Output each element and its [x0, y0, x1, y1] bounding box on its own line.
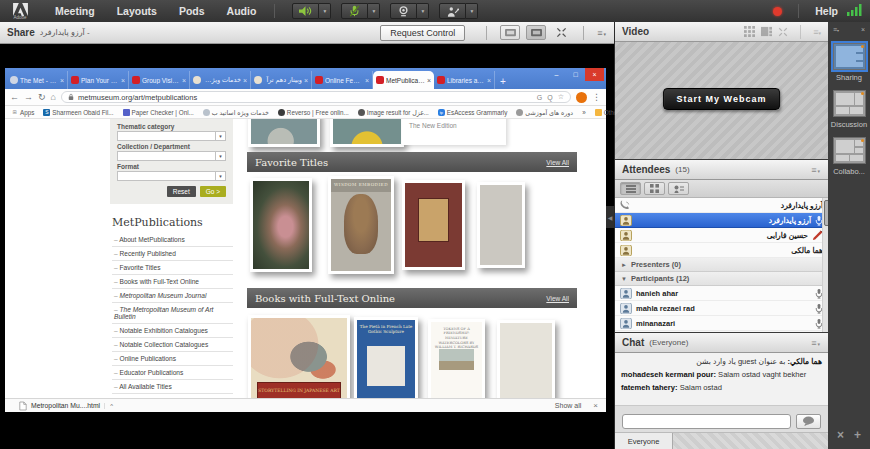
book-cover-partial[interactable]: [497, 320, 555, 398]
attendee-row-dialin[interactable]: آرزو پایدارفرد: [615, 198, 828, 213]
browser-tab[interactable]: The Met - Prel ×: [7, 71, 68, 89]
fit-to-screen-icon[interactable]: [526, 25, 546, 40]
attendee-row[interactable]: hanieh ahar: [615, 286, 828, 301]
menu-layouts[interactable]: Layouts: [106, 5, 168, 17]
bookmark-item[interactable]: tpEsAccess Grammarly: [438, 109, 508, 116]
layouts-close-icon[interactable]: ×: [861, 26, 865, 33]
bookmark-star-icon[interactable]: ☆: [558, 93, 564, 101]
book-cover-partial[interactable]: [330, 119, 404, 147]
menu-meeting[interactable]: Meeting: [44, 5, 106, 17]
status-control[interactable]: ▾: [439, 3, 478, 19]
view-all-link[interactable]: View All: [546, 159, 569, 166]
nav-link[interactable]: About MetPublications: [112, 233, 233, 247]
pod-collapse-handle[interactable]: ◀: [606, 206, 614, 228]
attendee-list-view-icon[interactable]: [620, 182, 641, 195]
nav-link[interactable]: All Available Titles: [112, 380, 233, 394]
bookmark-item[interactable]: SSharmeen Obaid Fil...: [43, 109, 113, 116]
attendee-card-view-icon[interactable]: [668, 182, 689, 195]
share-pod-menu-icon[interactable]: ≡▾: [597, 28, 607, 38]
tab-close-icon[interactable]: ×: [365, 77, 369, 84]
tab-close-icon[interactable]: ×: [60, 77, 64, 84]
book-cover-wisdom-embodied[interactable]: WISDOM EMBODIED: [328, 176, 394, 274]
bookmark-item[interactable]: خدمات ویژه اساتید ب: [203, 109, 269, 116]
menu-pods[interactable]: Pods: [168, 5, 216, 17]
nav-link[interactable]: Metropolitan Museum Journal: [112, 289, 233, 303]
book-cover-storytelling[interactable]: STORYTELLING IN JAPANESE ART: [248, 315, 350, 398]
reset-button[interactable]: Reset: [167, 186, 196, 197]
bookmark-apps[interactable]: ⊞Apps: [11, 109, 34, 116]
nav-link[interactable]: Notable Exhibition Catalogues: [112, 324, 233, 338]
send-message-button[interactable]: [796, 414, 821, 429]
nav-link[interactable]: The Metropolitan Museum of Art Bulletin: [112, 303, 233, 324]
chat-pod-menu-icon[interactable]: ≡▾: [811, 338, 821, 348]
browser-tab[interactable]: وبینار دهم ترآ ×: [251, 71, 312, 89]
show-all-downloads-link[interactable]: Show all: [555, 402, 581, 409]
tab-close-icon[interactable]: ×: [304, 77, 308, 84]
close-downloads-icon[interactable]: ×: [593, 401, 598, 410]
speaker-control[interactable]: ▾: [292, 3, 331, 19]
video-fullscreen-icon[interactable]: [778, 23, 788, 41]
home-icon[interactable]: ⌂: [51, 93, 56, 102]
bookmark-item[interactable]: Paper Checker | Onl...: [123, 109, 194, 116]
layouts-menu-icon[interactable]: ≡▾: [833, 26, 839, 33]
attendees-pod-menu-icon[interactable]: ≡▾: [811, 165, 821, 175]
start-webcam-button[interactable]: Start My Webcam: [663, 88, 781, 110]
view-original-size-icon[interactable]: [500, 25, 520, 40]
browser-menu-kebab-icon[interactable]: ⋮: [592, 93, 601, 102]
window-minimize-icon[interactable]: –: [547, 68, 566, 81]
translate-icon[interactable]: G: [537, 94, 542, 101]
nav-link[interactable]: Educator Publications: [112, 366, 233, 380]
nav-link[interactable]: Related Posts in Now at the Met: [112, 394, 233, 398]
format-select[interactable]: ▾: [117, 171, 226, 181]
bookmark-item[interactable]: Reverso | Free onlin...: [278, 109, 349, 116]
tab-close-icon[interactable]: ×: [427, 77, 431, 84]
raise-hand-icon[interactable]: [439, 3, 466, 19]
nav-link[interactable]: Favorite Titles: [112, 261, 233, 275]
address-bar[interactable]: metmuseum.org/art/metpublications G Q ☆: [61, 91, 571, 103]
collection-department-select[interactable]: ▾: [117, 151, 226, 161]
go-button[interactable]: Go >: [200, 186, 226, 197]
nav-link[interactable]: Books with Full-Text Online: [112, 275, 233, 289]
browser-tab[interactable]: Plan Your Visit ×: [68, 71, 129, 89]
connection-signal-icon[interactable]: [847, 2, 862, 20]
book-cover-pieta[interactable]: The Pietà in French Late Gothic Sculptur…: [354, 317, 418, 398]
microphone-control[interactable]: ▾: [341, 3, 380, 19]
video-pod-menu-icon[interactable]: ≡▾: [813, 27, 821, 37]
filmstrip-view-icon[interactable]: [760, 23, 773, 41]
tab-close-icon[interactable]: ×: [487, 77, 491, 84]
chat-tab-everyone[interactable]: Everyone: [615, 433, 673, 449]
status-dropdown-icon[interactable]: ▾: [466, 3, 478, 19]
book-cover-partial[interactable]: [248, 119, 320, 147]
webcam-icon[interactable]: [390, 3, 417, 19]
download-options-icon[interactable]: ^: [104, 403, 113, 409]
bookmark-item[interactable]: دوره های آموزشی: [516, 109, 573, 116]
bookmark-item[interactable]: Image result for غزل...: [358, 109, 429, 116]
tab-close-icon[interactable]: ×: [121, 77, 125, 84]
layout-sharing[interactable]: Sharing: [828, 43, 870, 82]
browser-tab-active[interactable]: MetPublication ×: [373, 71, 434, 89]
microphone-muted-icon[interactable]: [341, 3, 368, 19]
search-icon[interactable]: Q: [547, 94, 552, 101]
profile-avatar[interactable]: [576, 92, 587, 103]
browser-tab[interactable]: Libraries and F ×: [434, 71, 495, 89]
webcam-dropdown-icon[interactable]: ▾: [417, 3, 429, 19]
bookmarks-overflow-icon[interactable]: »: [582, 109, 586, 116]
reload-icon[interactable]: ↻: [38, 93, 46, 102]
browser-tab[interactable]: Group Visits | T ×: [129, 71, 190, 89]
attendee-grid-view-icon[interactable]: [644, 182, 665, 195]
nav-link[interactable]: Recently Published: [112, 247, 233, 261]
menu-audio[interactable]: Audio: [216, 5, 268, 17]
window-close-icon[interactable]: ×: [585, 68, 604, 81]
layout-collaboration[interactable]: Collabo...: [828, 137, 870, 176]
presenters-group-header[interactable]: ► Presenters (0): [615, 258, 828, 272]
attendee-row-selected[interactable]: آرزو پایدارفرد: [615, 213, 828, 228]
speaker-dropdown-icon[interactable]: ▾: [319, 3, 331, 19]
browser-tab[interactable]: خدمات ویژه اس ×: [190, 71, 251, 89]
view-all-link[interactable]: View All: [546, 295, 569, 302]
forward-icon[interactable]: →: [24, 93, 33, 102]
book-cover-gray[interactable]: [477, 182, 525, 268]
book-cover-tokens[interactable]: TOKENS OF A FRIENDSHIP: MINIATURE WATERC…: [428, 319, 485, 398]
grid-view-icon[interactable]: [744, 23, 755, 41]
book-cover-painting[interactable]: [250, 178, 312, 272]
thematic-category-select[interactable]: ▾: [117, 131, 226, 141]
